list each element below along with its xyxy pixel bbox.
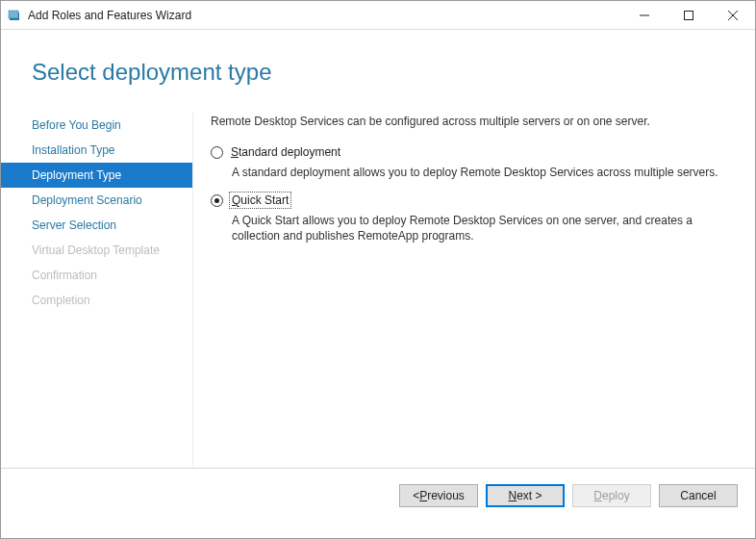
option-desc-quickstart: A Quick Start allows you to deploy Remot… [232,213,726,244]
option-label-quickstart[interactable]: Quick Start [231,193,290,207]
previous-button[interactable]: < Previous [399,484,478,507]
radio-option-standard[interactable]: Standard deployment [211,145,726,159]
sidebar-item-server-selection[interactable]: Server Selection [1,213,192,238]
option-label-standard[interactable]: Standard deployment [231,145,340,159]
server-manager-icon [7,8,22,23]
minimize-button[interactable] [622,1,667,30]
option-quickstart: Quick StartA Quick Start allows you to d… [211,193,726,244]
page-title: Select deployment type [32,59,755,86]
svg-rect-1 [9,11,18,18]
titlebar: Add Roles and Features Wizard [1,1,755,30]
radio-option-quickstart[interactable]: Quick Start [211,193,726,207]
sidebar-item-deployment-type[interactable]: Deployment Type [1,163,192,188]
sidebar-item-confirmation: Confirmation [1,263,192,288]
footer: < Previous Next > Deploy Cancel [1,469,755,523]
sidebar-item-completion: Completion [1,288,192,313]
intro-text: Remote Desktop Services can be configure… [211,115,726,128]
sidebar-item-virtual-desktop-template: Virtual Desktop Template [1,238,192,263]
window-controls [622,1,755,30]
radio-quickstart[interactable] [211,194,223,207]
body: Before You BeginInstallation TypeDeploym… [1,113,755,469]
deploy-button: Deploy [572,484,651,507]
option-standard: Standard deploymentA standard deployment… [211,145,726,180]
radio-standard[interactable] [211,146,223,159]
content: Remote Desktop Services can be configure… [193,113,755,468]
header: Select deployment type [1,30,755,113]
close-button[interactable] [711,1,755,30]
options-group: Standard deploymentA standard deployment… [211,145,726,244]
sidebar-item-installation-type[interactable]: Installation Type [1,138,192,163]
cancel-button[interactable]: Cancel [659,484,738,507]
svg-rect-3 [685,11,693,19]
sidebar-item-deployment-scenario[interactable]: Deployment Scenario [1,188,192,213]
maximize-button[interactable] [667,1,711,30]
option-desc-standard: A standard deployment allows you to depl… [232,165,726,180]
window-title: Add Roles and Features Wizard [28,9,622,22]
sidebar: Before You BeginInstallation TypeDeploym… [1,113,193,468]
sidebar-item-before-you-begin[interactable]: Before You Begin [1,113,192,138]
next-button[interactable]: Next > [486,484,565,507]
